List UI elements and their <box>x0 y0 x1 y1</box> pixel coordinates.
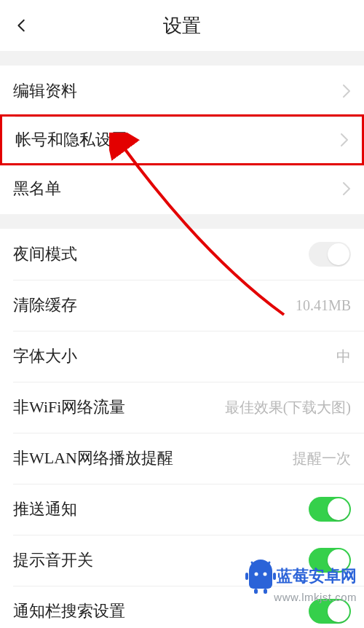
row-font-size[interactable]: 字体大小 中 <box>0 331 364 382</box>
row-account-privacy[interactable]: 帐号和隐私设置 <box>0 114 364 165</box>
watermark-logo <box>243 560 278 594</box>
section-gap <box>0 51 364 66</box>
row-label: 黑名单 <box>13 178 61 200</box>
section-gap <box>0 214 364 229</box>
row-non-wifi[interactable]: 非WiFi网络流量 最佳效果(下载大图) <box>0 382 364 433</box>
svg-rect-4 <box>254 589 258 594</box>
row-night-mode[interactable]: 夜间模式 <box>0 229 364 280</box>
svg-rect-1 <box>273 573 276 580</box>
page-title: 设置 <box>0 13 364 39</box>
toggle-push[interactable] <box>309 497 351 522</box>
row-value: 最佳效果(下载大图) <box>225 398 351 417</box>
watermark-brand: 蓝莓安卓网 <box>277 565 357 587</box>
back-button[interactable] <box>9 12 35 39</box>
row-right <box>338 84 351 98</box>
row-label: 提示音开关 <box>13 549 93 571</box>
toggle-knob <box>328 600 349 622</box>
row-right <box>336 133 349 147</box>
row-blacklist[interactable]: 黑名单 <box>0 163 364 214</box>
svg-rect-0 <box>245 573 248 580</box>
chevron-right-icon <box>340 133 349 147</box>
svg-rect-5 <box>264 589 267 594</box>
row-edit-profile[interactable]: 编辑资料 <box>0 66 364 117</box>
header: 设置 <box>0 0 364 51</box>
row-value: 10.41MB <box>296 297 351 314</box>
chevron-right-icon <box>342 181 351 196</box>
row-label: 非WLAN网络播放提醒 <box>13 447 173 469</box>
row-label: 字体大小 <box>13 345 77 367</box>
watermark-url: www.lmkjst.com <box>274 591 357 603</box>
svg-point-3 <box>264 573 267 576</box>
svg-point-2 <box>255 573 258 576</box>
row-label: 推送通知 <box>13 498 77 520</box>
row-label: 清除缓存 <box>13 294 77 316</box>
row-value: 中 <box>336 347 351 366</box>
toggle-knob <box>328 498 349 520</box>
toggle-night-mode[interactable] <box>309 242 351 267</box>
row-label: 非WiFi网络流量 <box>13 396 125 418</box>
toggle-knob <box>328 243 349 265</box>
chevron-left-icon <box>14 17 30 34</box>
row-value: 提醒一次 <box>293 449 351 468</box>
chevron-right-icon <box>342 84 351 98</box>
row-clear-cache[interactable]: 清除缓存 10.41MB <box>0 280 364 331</box>
row-label: 夜间模式 <box>13 243 77 265</box>
row-right <box>338 181 351 196</box>
row-push[interactable]: 推送通知 <box>0 484 364 535</box>
row-label: 通知栏搜索设置 <box>13 600 125 622</box>
row-non-wlan-play[interactable]: 非WLAN网络播放提醒 提醒一次 <box>0 433 364 484</box>
row-label: 帐号和隐私设置 <box>15 129 127 151</box>
section-account: 编辑资料 帐号和隐私设置 黑名单 <box>0 66 364 214</box>
row-label: 编辑资料 <box>13 80 77 102</box>
